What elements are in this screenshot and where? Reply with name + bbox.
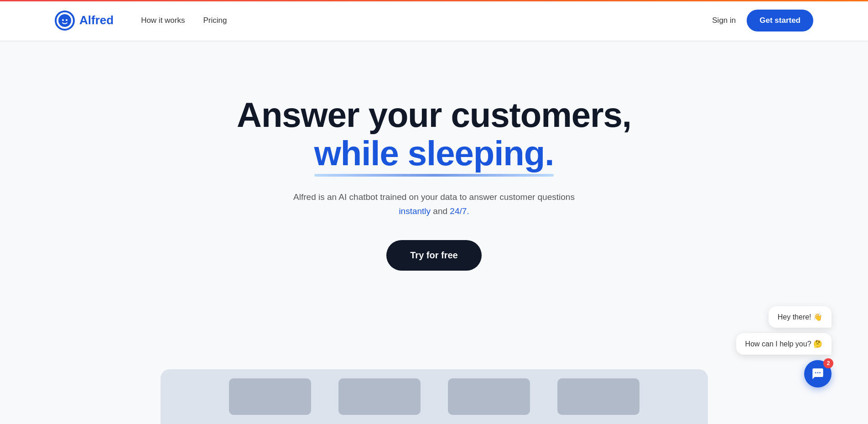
hero-subtitle: Alfred is an AI chatbot trained on your … (237, 190, 631, 218)
try-for-free-button[interactable]: Try for free (386, 240, 481, 271)
hero-subtitle-247: 24/7. (450, 206, 469, 216)
demo-preview-item-2 (338, 378, 421, 415)
demo-preview-item-4 (557, 378, 639, 415)
demo-preview-item-3 (448, 378, 530, 415)
hero-section: Answer your customers, while sleeping. A… (237, 96, 631, 271)
chat-widget-area: Hey there! 👋 How can I help you? 🤔 2 (736, 306, 832, 387)
hero-subtitle-instantly: instantly (399, 206, 431, 216)
chat-trigger-button[interactable]: 2 (804, 360, 832, 387)
navbar-links: How it works Pricing (141, 16, 712, 25)
get-started-button[interactable]: Get started (747, 10, 813, 31)
hero-subtitle-part1: Alfred is an AI chatbot trained on your … (293, 192, 575, 202)
demo-preview-item-1 (229, 378, 311, 415)
hero-title-line1: Answer your customers, (237, 95, 631, 134)
sign-in-button[interactable]: Sign in (712, 16, 736, 25)
nav-how-it-works[interactable]: How it works (141, 16, 185, 25)
nav-pricing[interactable]: Pricing (203, 16, 227, 25)
hero-title-line2: while sleeping. (314, 134, 554, 173)
logo-link[interactable]: Alfred (55, 10, 114, 31)
svg-rect-4 (66, 19, 68, 21)
logo-text: Alfred (79, 13, 114, 27)
svg-point-2 (58, 14, 71, 27)
hero-subtitle-and: and (431, 206, 450, 216)
chat-bubble-help: How can I help you? 🤔 (736, 333, 832, 355)
navbar-right: Sign in Get started (712, 10, 813, 31)
svg-rect-3 (62, 19, 64, 21)
chat-icon (811, 367, 824, 380)
demo-preview-bar (161, 369, 708, 424)
navbar: Alfred How it works Pricing Sign in Get … (0, 0, 868, 41)
alfred-logo-icon (55, 10, 75, 31)
top-accent-line (0, 0, 868, 1)
chat-bubble-greeting: Hey there! 👋 (769, 306, 832, 328)
chat-badge-count: 2 (823, 358, 833, 368)
